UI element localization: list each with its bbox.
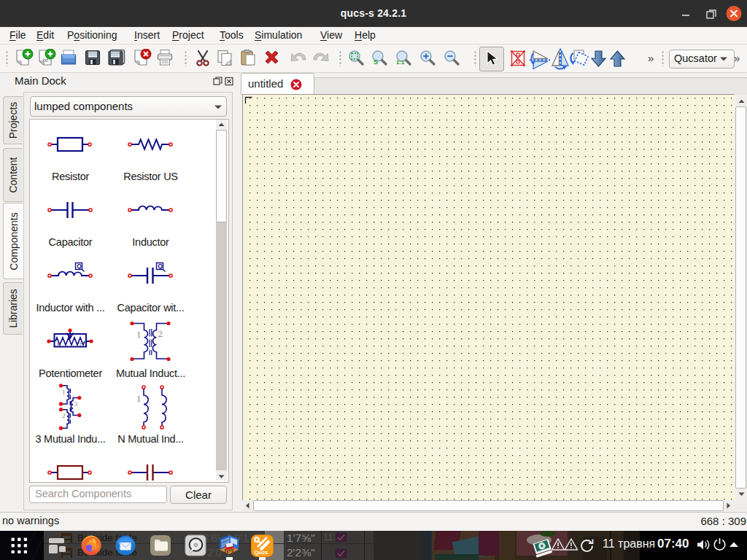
svg-text:2: 2 [62, 412, 66, 419]
svg-text:S: S [374, 58, 378, 66]
svg-text:1: 1 [136, 393, 142, 404]
svg-text:Q: Q [158, 262, 163, 270]
svg-text:2: 2 [158, 328, 163, 339]
svg-text:1: 1 [62, 389, 66, 396]
svg-text:3: 3 [74, 400, 78, 408]
svg-text:B: B [58, 342, 61, 347]
svg-text:1: 1 [136, 329, 142, 340]
svg-text:T: T [79, 342, 82, 347]
svg-text:Q: Q [77, 262, 82, 270]
svg-text:Qucs: Qucs [255, 549, 268, 556]
svg-text:1:1: 1:1 [396, 59, 405, 66]
